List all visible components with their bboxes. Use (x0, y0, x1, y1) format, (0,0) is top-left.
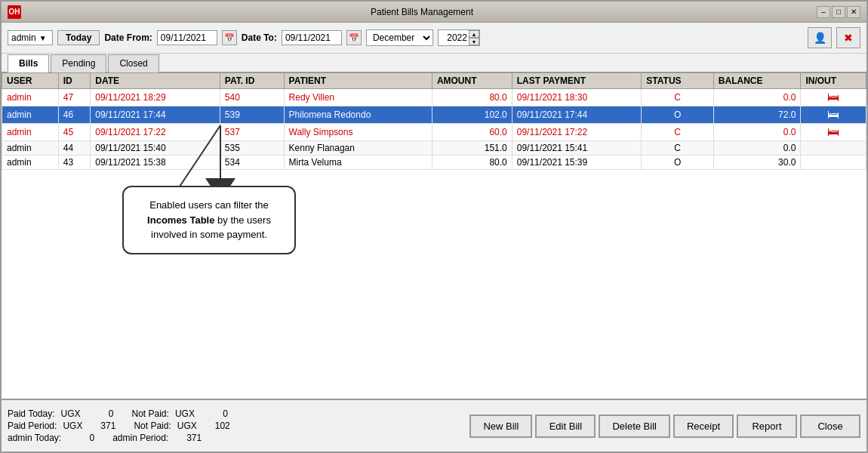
paid-period-label: Paid Period: (8, 421, 57, 431)
paid-period-value: 371 (85, 421, 115, 431)
col-patient: PATIENT (284, 73, 432, 89)
bed-icon: 🛏 (827, 125, 839, 138)
not-paid2-value: 102 (200, 421, 230, 431)
paid-today-currency: UGX (61, 408, 81, 419)
year-down-button[interactable]: ▼ (469, 38, 479, 45)
year-input[interactable] (439, 32, 469, 44)
col-pat-id: PAT. ID (220, 73, 284, 89)
not-paid2-currency: UGX (177, 421, 197, 431)
edit-bill-button[interactable]: Edit Bill (535, 414, 596, 438)
month-select[interactable]: December JanuaryFebruaryMarch AprilMayJu… (366, 29, 433, 46)
maximize-button[interactable]: □ (832, 6, 845, 18)
titlebar: OH Patient Bills Management – □ ✕ (2, 2, 866, 23)
status-row-admin-today: admin Today: 0 admin Period: 371 (8, 433, 230, 443)
settings-icon-button[interactable]: ✖ (836, 27, 860, 48)
table-row[interactable]: admin4509/11/2021 17:22537Wally Simpsons… (2, 124, 866, 141)
date-from-label: Date From: (104, 32, 152, 43)
admin-period-value: 371 (171, 433, 202, 443)
bills-table-container: USER ID DATE PAT. ID PATIENT AMOUNT LAST… (2, 72, 866, 399)
bottom-buttons: New Bill Edit Bill Delete Bill Receipt R… (469, 414, 860, 438)
not-paid2-label: Not Paid: (134, 421, 171, 431)
user-dropdown-label: admin (11, 32, 36, 43)
table-row[interactable]: admin4709/11/2021 18:29540Redy Villen80.… (2, 89, 866, 106)
status-info: Paid Today: UGX 0 Not Paid: UGX 0 Paid P… (8, 408, 230, 443)
new-bill-button[interactable]: New Bill (469, 414, 532, 438)
admin-period-label: admin Period: (112, 433, 168, 443)
tab-closed[interactable]: Closed (108, 54, 159, 72)
window-controls: – □ ✕ (817, 6, 860, 18)
date-from-input[interactable] (157, 30, 217, 45)
not-paid-currency: UGX (175, 408, 195, 419)
close-button[interactable]: ✕ (847, 6, 860, 18)
col-status: STATUS (642, 73, 713, 89)
statusbar: Paid Today: UGX 0 Not Paid: UGX 0 Paid P… (2, 399, 866, 451)
toolbar: admin ▼ Today Date From: 📅 Date To: 📅 De… (2, 23, 866, 54)
table-row[interactable]: admin4309/11/2021 15:38534Mirta Veluma80… (2, 156, 866, 170)
app-logo: OH (8, 5, 21, 19)
col-date: DATE (91, 73, 220, 89)
admin-today-value: 0 (64, 433, 94, 443)
close-button[interactable]: Close (800, 414, 860, 438)
admin-today-label: admin Today: (8, 433, 61, 443)
dropdown-arrow-icon: ▼ (39, 34, 47, 42)
col-id: ID (58, 73, 91, 89)
col-balance: BALANCE (713, 73, 801, 89)
paid-period-currency: UGX (63, 421, 82, 431)
table-row[interactable]: admin4409/11/2021 15:40535Kenny Flanagan… (2, 141, 866, 156)
col-user: USER (2, 73, 59, 89)
table-row[interactable]: admin4609/11/2021 17:44539Philomena Redo… (2, 106, 866, 124)
main-content: USER ID DATE PAT. ID PATIENT AMOUNT LAST… (2, 72, 866, 399)
tabs-bar: Bills Pending Closed (2, 54, 866, 72)
report-button[interactable]: Report (737, 414, 797, 438)
bed-icon: 🛏 (827, 91, 839, 103)
paid-today-value: 0 (84, 408, 114, 419)
table-body: admin4709/11/2021 18:29540Redy Villen80.… (2, 89, 866, 170)
paid-today-label: Paid Today: (8, 408, 55, 419)
bed-icon: 🛏 (827, 108, 839, 121)
table-header-row: USER ID DATE PAT. ID PATIENT AMOUNT LAST… (2, 73, 866, 89)
user-dropdown[interactable]: admin ▼ (8, 30, 53, 45)
date-to-label: Date To: (242, 32, 277, 43)
status-row-paid-today: Paid Today: UGX 0 Not Paid: UGX 0 (8, 408, 230, 419)
date-to-input[interactable] (282, 30, 342, 45)
main-window: OH Patient Bills Management – □ ✕ admin … (0, 0, 868, 453)
year-up-button[interactable]: ▲ (469, 30, 479, 38)
window-title: Patient Bills Management (27, 7, 817, 17)
today-button[interactable]: Today (57, 30, 100, 45)
not-paid-value: 0 (198, 408, 228, 419)
minimize-button[interactable]: – (817, 6, 830, 18)
tab-bills[interactable]: Bills (8, 54, 49, 72)
not-paid-label: Not Paid: (132, 408, 169, 419)
tab-pending[interactable]: Pending (51, 54, 106, 72)
status-row-paid-period: Paid Period: UGX 371 Not Paid: UGX 102 (8, 421, 230, 431)
date-to-calendar-icon[interactable]: 📅 (346, 30, 362, 45)
date-from-calendar-icon[interactable]: 📅 (222, 30, 237, 45)
col-last-payment: LAST PAYMENT (512, 73, 642, 89)
receipt-button[interactable]: Receipt (673, 414, 734, 438)
delete-bill-button[interactable]: Delete Bill (599, 414, 670, 438)
year-spinner: ▲ ▼ (438, 29, 480, 46)
bills-table: USER ID DATE PAT. ID PATIENT AMOUNT LAST… (2, 72, 866, 170)
year-spinner-buttons: ▲ ▼ (469, 30, 479, 45)
user-icon-button[interactable]: 👤 (808, 27, 832, 48)
col-inout: IN/OUT (801, 73, 866, 89)
col-amount: AMOUNT (432, 73, 512, 89)
